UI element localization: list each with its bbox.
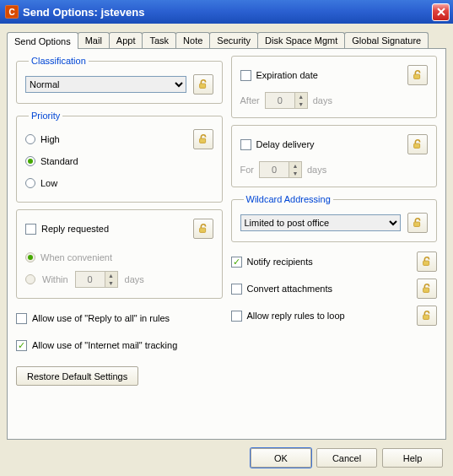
svg-rect-8 — [423, 315, 429, 319]
days-label: days — [307, 165, 326, 175]
spin-down-icon: ▼ — [294, 100, 307, 108]
tab-security[interactable]: Security — [209, 32, 258, 48]
classification-select[interactable]: Normal — [25, 76, 186, 93]
tab-appt[interactable]: Appt — [109, 32, 143, 48]
cancel-button[interactable]: Cancel — [316, 448, 377, 468]
radio-label: High — [40, 134, 60, 144]
button-label: Cancel — [332, 453, 361, 463]
ok-button[interactable]: OK — [251, 448, 311, 468]
tab-label: Disk Space Mgmt — [265, 35, 337, 46]
expiration-checkbox[interactable]: Expiration date — [240, 70, 318, 81]
notify-recipients-checkbox[interactable]: Notify recipients — [231, 257, 313, 268]
allow-internet-mail-checkbox[interactable]: Allow use of "Internet mail" tracking — [16, 340, 177, 351]
tab-global-signature[interactable]: Global Signature — [344, 32, 429, 48]
priority-low-radio[interactable]: Low — [25, 173, 193, 193]
radio-icon — [25, 178, 35, 188]
close-button[interactable] — [432, 3, 450, 21]
priority-lock-button[interactable] — [193, 129, 213, 149]
radio-label: Standard — [40, 156, 78, 166]
radio-label: When convenient — [40, 252, 112, 262]
allow-reply-loop-checkbox[interactable]: Allow reply rules to loop — [231, 311, 345, 322]
tab-pane-send-options: Classification Normal Priority — [7, 48, 446, 440]
unlock-icon — [421, 310, 433, 322]
reply-within-radio: Within ▲▼ days — [25, 269, 213, 289]
unlock-icon — [412, 69, 423, 81]
wildcard-group: Wildcard Addressing Limited to post offi… — [231, 194, 438, 242]
unlock-icon — [421, 256, 433, 268]
tab-label: Appt — [116, 35, 136, 46]
expiration-input — [266, 93, 294, 108]
allow-reply-to-all-checkbox[interactable]: Allow use of "Reply to all" in rules — [16, 313, 170, 324]
notify-recipients-row: Notify recipients — [231, 249, 438, 274]
svg-rect-2 — [199, 228, 205, 232]
priority-standard-radio[interactable]: Standard — [25, 151, 193, 171]
delay-spinner: ▲▼ — [259, 161, 302, 178]
tab-send-options[interactable]: Send Options — [7, 32, 78, 49]
wildcard-legend: Wildcard Addressing — [244, 194, 333, 204]
wildcard-lock-button[interactable] — [407, 213, 428, 233]
allow-reply-loop-lock-button[interactable] — [417, 306, 437, 326]
allow-reply-to-all-row: Allow use of "Reply to all" in rules — [16, 306, 223, 331]
checkbox-label: Allow reply rules to loop — [247, 311, 345, 321]
left-column: Classification Normal Priority — [16, 56, 223, 432]
priority-legend: Priority — [29, 111, 62, 121]
tab-label: Send Options — [14, 36, 71, 46]
checkbox-label: Allow use of "Reply to all" in rules — [32, 313, 170, 323]
for-label: For — [240, 165, 255, 175]
checkbox-icon — [231, 257, 242, 268]
svg-rect-7 — [423, 288, 429, 292]
app-icon: C — [5, 5, 19, 19]
expiration-lock-button[interactable] — [407, 65, 428, 85]
reply-requested-lock-button[interactable] — [193, 219, 213, 239]
convert-attachments-lock-button[interactable] — [417, 279, 437, 299]
classification-lock-button[interactable] — [193, 74, 213, 95]
checkbox-label: Reply requested — [41, 224, 109, 234]
classification-group: Classification Normal — [16, 56, 223, 104]
svg-rect-0 — [199, 84, 205, 88]
unlock-icon — [197, 223, 209, 235]
after-label: After — [240, 95, 260, 105]
checkbox-label: Expiration date — [256, 70, 318, 80]
notify-recipients-lock-button[interactable] — [417, 252, 437, 272]
unlock-icon — [197, 133, 209, 145]
expiration-spinner: ▲▼ — [265, 92, 308, 109]
spin-down-icon: ▼ — [105, 279, 117, 287]
tabstrip: Send Options Mail Appt Task Note Securit… — [7, 30, 446, 48]
checkbox-icon — [16, 313, 27, 324]
tab-mail[interactable]: Mail — [78, 32, 110, 48]
expiration-panel: Expiration date After ▲▼ days — [231, 56, 438, 118]
checkbox-icon — [231, 284, 242, 295]
radio-label: Within — [42, 274, 68, 284]
reply-requested-checkbox[interactable]: Reply requested — [25, 224, 109, 235]
checkbox-icon — [240, 70, 251, 81]
button-label: Help — [403, 453, 423, 463]
wildcard-select[interactable]: Limited to post office — [240, 214, 402, 231]
reply-requested-panel: Reply requested When convenient Within ▲ — [16, 209, 223, 299]
window-title: Send Options: jstevens — [23, 6, 432, 19]
radio-label: Low — [40, 178, 57, 188]
tab-label: Note — [183, 35, 202, 46]
delay-delivery-lock-button[interactable] — [407, 134, 428, 154]
reply-when-convenient-radio: When convenient — [25, 247, 213, 268]
checkbox-icon — [240, 139, 251, 150]
allow-internet-mail-row: Allow use of "Internet mail" tracking — [16, 333, 223, 358]
restore-defaults-button[interactable]: Restore Default Settings — [16, 366, 138, 386]
radio-icon — [25, 274, 35, 284]
svg-rect-5 — [414, 222, 420, 226]
tab-label: Global Signature — [352, 35, 421, 46]
delay-delivery-checkbox[interactable]: Delay delivery — [240, 139, 315, 150]
convert-attachments-checkbox[interactable]: Convert attachments — [231, 284, 333, 295]
dialog-buttons: OK Cancel Help — [7, 440, 446, 476]
tab-task[interactable]: Task — [142, 32, 176, 48]
delay-input — [260, 162, 289, 177]
help-button[interactable]: Help — [382, 448, 443, 468]
spin-up-icon: ▲ — [294, 93, 307, 100]
right-column: Expiration date After ▲▼ days — [231, 56, 438, 432]
reply-within-spinner: ▲▼ — [75, 271, 118, 288]
checkbox-icon — [25, 224, 36, 235]
spin-up-icon: ▲ — [105, 272, 117, 279]
unlock-icon — [197, 78, 209, 90]
tab-note[interactable]: Note — [175, 32, 210, 48]
tab-disk-space[interactable]: Disk Space Mgmt — [257, 32, 345, 48]
priority-high-radio[interactable]: High — [25, 129, 193, 149]
